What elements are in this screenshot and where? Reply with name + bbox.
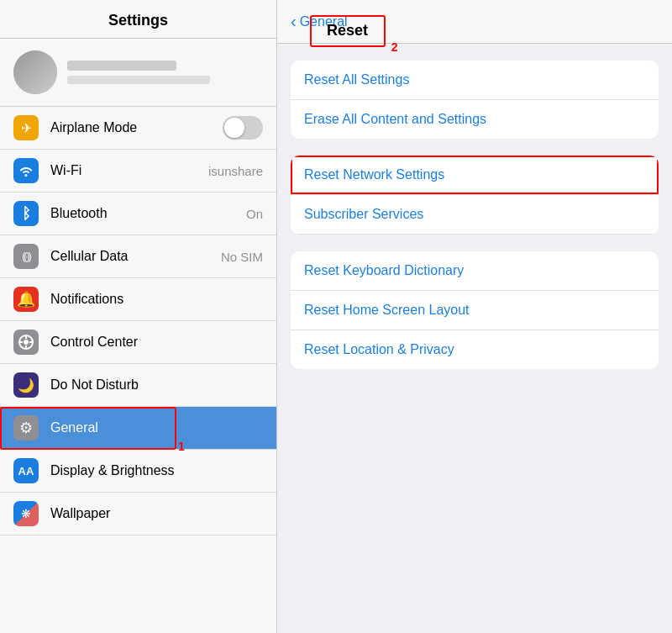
sidebar-item-label: Display & Brightness: [50, 463, 263, 478]
page-title: Reset: [327, 22, 368, 40]
sidebar-item-label: Do Not Disturb: [50, 377, 263, 393]
sidebar-item-do-not-disturb[interactable]: 🌙 Do Not Disturb: [0, 364, 276, 407]
profile-subtitle: [67, 76, 210, 84]
reset-keyboard-label: Reset Keyboard Dictionary: [304, 263, 464, 277]
reset-all-settings-item[interactable]: Reset All Settings: [291, 61, 659, 100]
sidebar-item-label: Wallpaper: [50, 506, 263, 521]
toggle-knob: [224, 118, 244, 138]
main-header: ‹ General Reset 2: [277, 0, 672, 44]
bluetooth-icon: ᛒ: [13, 201, 39, 226]
profile-info: [67, 61, 210, 84]
cellular-icon: ((·)): [13, 244, 39, 269]
profile-section[interactable]: [0, 39, 276, 107]
notifications-icon: 🔔: [13, 287, 39, 312]
reset-group-2: Reset Network Settings Subscriber Servic…: [291, 156, 659, 235]
control-center-icon: [13, 330, 39, 355]
subscriber-services-label: Subscriber Services: [304, 207, 423, 221]
sidebar-item-label: Bluetooth: [50, 206, 239, 221]
sidebar-item-label: General: [50, 420, 263, 435]
sidebar-header: Settings: [0, 0, 276, 39]
profile-name: [67, 61, 176, 71]
reset-location-label: Reset Location & Privacy: [304, 342, 454, 356]
subscriber-services-item[interactable]: Subscriber Services: [291, 195, 659, 235]
bluetooth-value: On: [246, 207, 263, 221]
sidebar-item-label: Cellular Data: [50, 249, 214, 264]
sidebar-item-wallpaper[interactable]: ❋ Wallpaper: [0, 493, 276, 535]
reset-network-item[interactable]: Reset Network Settings: [291, 156, 659, 195]
sidebar-item-label: Control Center: [50, 335, 263, 350]
wifi-value: isunshare: [208, 164, 263, 178]
erase-all-item[interactable]: Erase All Content and Settings: [291, 100, 659, 139]
reset-home-screen-item[interactable]: Reset Home Screen Layout: [291, 291, 659, 330]
reset-group-3: Reset Keyboard Dictionary Reset Home Scr…: [291, 251, 659, 369]
wallpaper-icon: ❋: [13, 501, 39, 526]
reset-network-label: Reset Network Settings: [304, 167, 444, 182]
sidebar-item-bluetooth[interactable]: ᛒ Bluetooth On: [0, 193, 276, 235]
sidebar-item-airplane-mode[interactable]: ✈ Airplane Mode: [0, 107, 276, 150]
sidebar-item-label: Airplane Mode: [50, 120, 223, 135]
main-panel: ‹ General Reset 2 Reset All Settings Era…: [277, 0, 672, 633]
general-icon: ⚙: [13, 415, 39, 440]
airplane-mode-toggle[interactable]: [223, 116, 263, 140]
back-chevron-icon: ‹: [291, 12, 297, 31]
sidebar-item-wifi[interactable]: Wi-Fi isunshare: [0, 150, 276, 193]
sidebar-item-control-center[interactable]: Control Center: [0, 321, 276, 364]
do-not-disturb-icon: 🌙: [13, 372, 39, 398]
sidebar-item-general[interactable]: ⚙ General: [0, 407, 276, 450]
erase-all-label: Erase All Content and Settings: [304, 112, 486, 126]
sidebar: Settings ✈ Airplane Mode: [0, 0, 277, 633]
main-content: Reset All Settings Erase All Content and…: [277, 44, 672, 633]
display-icon: AA: [13, 458, 39, 483]
general-row-wrapper: ⚙ General 1: [0, 407, 276, 450]
sidebar-item-cellular[interactable]: ((·)) Cellular Data No SIM: [0, 235, 276, 278]
sidebar-item-notifications[interactable]: 🔔 Notifications: [0, 278, 276, 321]
wifi-icon: [13, 158, 39, 183]
reset-location-item[interactable]: Reset Location & Privacy: [291, 330, 659, 369]
app-container: Settings ✈ Airplane Mode: [0, 0, 672, 633]
sidebar-item-display[interactable]: AA Display & Brightness: [0, 450, 276, 493]
sidebar-item-label: Notifications: [50, 292, 263, 307]
svg-point-1: [24, 340, 29, 345]
reset-keyboard-item[interactable]: Reset Keyboard Dictionary: [291, 251, 659, 291]
airplane-icon: ✈: [13, 115, 39, 140]
reset-all-settings-label: Reset All Settings: [304, 72, 409, 87]
avatar: [13, 50, 57, 94]
sidebar-title: Settings: [108, 12, 168, 29]
avatar-image: [13, 50, 57, 94]
cellular-value: No SIM: [221, 250, 263, 264]
reset-group-1: Reset All Settings Erase All Content and…: [291, 61, 659, 139]
reset-home-screen-label: Reset Home Screen Layout: [304, 303, 470, 317]
sidebar-item-label: Wi-Fi: [50, 163, 202, 178]
